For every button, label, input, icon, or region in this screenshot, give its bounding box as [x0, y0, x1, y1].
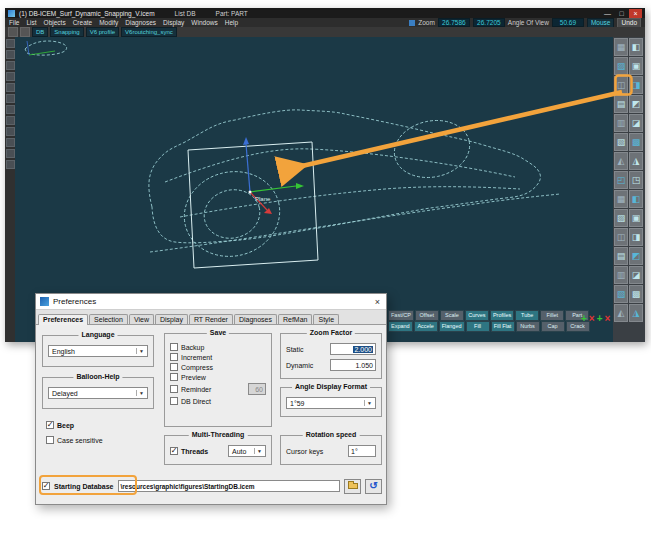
- right-toolbar-button[interactable]: ◨: [629, 228, 643, 246]
- reminder-minutes-field[interactable]: 60: [248, 383, 266, 395]
- bottom-toolbar-button[interactable]: Accele: [414, 321, 438, 332]
- right-toolbar-button[interactable]: ◮: [629, 304, 643, 322]
- left-toolbar-button[interactable]: [6, 138, 15, 147]
- right-toolbar-button[interactable]: ◪: [629, 114, 643, 132]
- bottom-toolbar-button[interactable]: Nurbs: [516, 321, 540, 332]
- db-button[interactable]: DB: [32, 27, 48, 37]
- bottom-toolbar-button[interactable]: Flanged: [439, 321, 465, 332]
- right-toolbar-button[interactable]: ▤: [614, 95, 628, 113]
- menu-objects[interactable]: Objects: [44, 19, 66, 26]
- red-cross-icon[interactable]: ×: [605, 314, 611, 324]
- right-toolbar-button[interactable]: ◫: [614, 228, 628, 246]
- bottom-toolbar-button[interactable]: Curves: [465, 310, 489, 321]
- bottom-toolbar-button[interactable]: Scale: [440, 310, 464, 321]
- zoom-dynamic-field[interactable]: 26.7205: [473, 18, 505, 27]
- right-toolbar-button[interactable]: ▦: [614, 190, 628, 208]
- cursor-keys-field[interactable]: 1°: [348, 445, 376, 457]
- menu-windows[interactable]: Windows: [191, 19, 217, 26]
- right-toolbar-button[interactable]: ◩: [629, 247, 643, 265]
- db-direct-checkbox[interactable]: [170, 397, 178, 405]
- menu-modify[interactable]: Modify: [99, 19, 118, 26]
- undo-button[interactable]: Undo: [617, 18, 641, 28]
- menu-file[interactable]: File: [9, 19, 19, 26]
- starting-database-path-field[interactable]: \resources\graphic\figures\StartingDB.ic…: [118, 480, 340, 492]
- routching-sync-button[interactable]: V6routching_sync: [121, 27, 177, 37]
- green-arrows-icon[interactable]: +: [597, 314, 603, 324]
- maximize-button[interactable]: □: [615, 9, 628, 18]
- profile-button[interactable]: V6 profile: [86, 27, 119, 37]
- menu-help[interactable]: Help: [225, 19, 238, 26]
- threads-checkbox[interactable]: [170, 447, 178, 455]
- right-toolbar-button[interactable]: ▧: [614, 133, 628, 151]
- tab-refman[interactable]: RefMan: [278, 314, 313, 324]
- right-toolbar-button[interactable]: ◧: [629, 38, 643, 56]
- bottom-toolbar-button[interactable]: Offset: [415, 310, 439, 321]
- menu-diagnoses[interactable]: Diagnoses: [125, 19, 156, 26]
- bottom-toolbar-button[interactable]: Profiles: [490, 310, 514, 321]
- starting-database-checkbox[interactable]: [42, 482, 50, 490]
- minimize-button[interactable]: —: [601, 9, 614, 18]
- zoom-static-field[interactable]: 26.7586: [438, 18, 470, 27]
- view-mode-icon[interactable]: [409, 20, 415, 26]
- language-select[interactable]: English ▼: [48, 345, 148, 357]
- left-toolbar-button[interactable]: [6, 116, 15, 125]
- snapping-button[interactable]: Snapping: [50, 27, 83, 37]
- menu-list[interactable]: List: [26, 19, 36, 26]
- right-toolbar-button[interactable]: ▥: [614, 266, 628, 284]
- right-toolbar-button[interactable]: ▣: [629, 57, 643, 75]
- right-toolbar-button[interactable]: ◪: [629, 266, 643, 284]
- right-toolbar-button[interactable]: ◭: [614, 152, 628, 170]
- left-toolbar-button[interactable]: [6, 160, 15, 169]
- left-toolbar-button[interactable]: [6, 39, 15, 48]
- right-toolbar-button[interactable]: ▧: [614, 285, 628, 303]
- bottom-toolbar-button[interactable]: Fillet: [540, 310, 564, 321]
- bottom-toolbar-button[interactable]: Expand: [388, 321, 413, 332]
- right-toolbar-button[interactable]: ◳: [629, 171, 643, 189]
- backup-checkbox[interactable]: [170, 343, 178, 351]
- left-toolbar-button[interactable]: [6, 105, 15, 114]
- right-toolbar-button[interactable]: ▦: [614, 38, 628, 56]
- tab-view[interactable]: View: [129, 314, 154, 324]
- green-arrows-icon[interactable]: +: [581, 314, 587, 324]
- right-toolbar-button[interactable]: ▤: [614, 247, 628, 265]
- bottom-toolbar-button[interactable]: Cap: [541, 321, 565, 332]
- preview-checkbox[interactable]: [170, 373, 178, 381]
- right-toolbar-button[interactable]: ◭: [614, 304, 628, 322]
- increment-checkbox[interactable]: [170, 353, 178, 361]
- angle-of-view-field[interactable]: 50.69: [552, 18, 584, 27]
- left-toolbar-button[interactable]: [6, 94, 15, 103]
- right-toolbar-button[interactable]: ◩: [629, 95, 643, 113]
- dialog-close-button[interactable]: ×: [373, 297, 382, 307]
- right-toolbar-button[interactable]: ▨: [614, 209, 628, 227]
- browse-folder-button[interactable]: [344, 479, 361, 494]
- right-toolbar-button[interactable]: ◧: [629, 190, 643, 208]
- balloon-help-select[interactable]: Delayed ▼: [48, 387, 148, 399]
- right-toolbar-button[interactable]: ▩: [629, 133, 643, 151]
- tab-preferences[interactable]: Preferences: [38, 314, 88, 325]
- bottom-toolbar-button[interactable]: Fill Flat: [491, 321, 515, 332]
- reset-path-button[interactable]: ↺: [365, 479, 382, 494]
- tab-diagnoses[interactable]: Diagnoses: [234, 314, 277, 324]
- tab-selection[interactable]: Selection: [89, 314, 128, 324]
- right-toolbar-button[interactable]: ▩: [629, 285, 643, 303]
- reminder-checkbox[interactable]: [170, 385, 178, 393]
- red-cross-icon[interactable]: ×: [589, 314, 595, 324]
- menu-create[interactable]: Create: [73, 19, 93, 26]
- right-toolbar-button[interactable]: ◰: [614, 171, 628, 189]
- dynamic-zoom-field[interactable]: 1.050: [330, 359, 376, 371]
- toolbar-icon[interactable]: [8, 27, 18, 37]
- right-toolbar-button[interactable]: ▥: [614, 114, 628, 132]
- right-toolbar-button[interactable]: ◮: [629, 152, 643, 170]
- left-toolbar-button[interactable]: [6, 50, 15, 59]
- close-button[interactable]: ×: [629, 9, 642, 18]
- mouse-button[interactable]: Mouse: [587, 18, 615, 28]
- tab-rt-render[interactable]: RT Render: [189, 314, 233, 324]
- bottom-toolbar-button[interactable]: Fill: [466, 321, 490, 332]
- left-toolbar-button[interactable]: [6, 61, 15, 70]
- bottom-toolbar-button[interactable]: Tube: [515, 310, 539, 321]
- left-toolbar-button[interactable]: [6, 83, 15, 92]
- angle-format-select[interactable]: 1°59 ▼: [286, 397, 376, 409]
- right-toolbar-button[interactable]: ▣: [629, 209, 643, 227]
- left-toolbar-button[interactable]: [6, 127, 15, 136]
- beep-checkbox[interactable]: [46, 421, 54, 429]
